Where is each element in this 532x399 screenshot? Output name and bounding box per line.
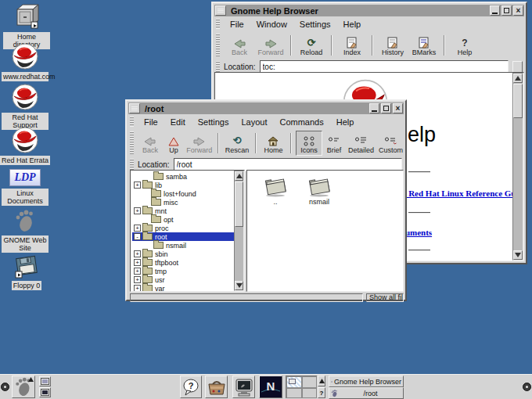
link-reference-guide[interactable]: | Red Hat Linux Reference Guide xyxy=(404,189,524,198)
tree-expander[interactable]: + xyxy=(134,207,141,214)
tree-item-lib[interactable]: +lib xyxy=(132,181,244,189)
tree-item-usr[interactable]: +usr xyxy=(132,275,244,284)
main-menu-button[interactable] xyxy=(12,376,35,398)
scrollbar-thumb[interactable] xyxy=(513,84,523,118)
workspace-4[interactable] xyxy=(302,388,317,398)
bmarks-button[interactable]: BMarks xyxy=(408,33,440,58)
menubar-grip[interactable] xyxy=(216,19,220,29)
desktop-icon-red-hat-support[interactable]: Red Hat Support xyxy=(0,84,50,130)
help-window-titlebar[interactable]: Gnome Help Browser × xyxy=(214,5,524,16)
desktop-icon-www-redhat-com[interactable]: www.redhat.com xyxy=(0,43,50,81)
tree-item-nsmail[interactable]: nsmail xyxy=(132,241,244,250)
scroll-down-arrow[interactable] xyxy=(235,281,243,290)
tree-expander[interactable]: + xyxy=(134,250,141,257)
tree-item-opt[interactable]: opt xyxy=(132,215,244,224)
back-button[interactable]: Back xyxy=(224,33,255,58)
rescan-button[interactable]: ⟲ Rescan xyxy=(223,131,250,156)
workspace-1-active[interactable] xyxy=(286,376,302,388)
desktop-icon-gnome-web-site[interactable]: GNOME Web Site xyxy=(0,210,50,253)
menubar-grip[interactable] xyxy=(130,117,134,127)
panel-hide-left-button[interactable] xyxy=(1,383,9,391)
fm-window-titlebar[interactable]: /root × xyxy=(128,102,404,114)
scroll-up-arrow[interactable] xyxy=(513,74,523,83)
menu-settings[interactable]: Settings xyxy=(192,117,235,128)
menu-file[interactable]: File xyxy=(138,117,164,128)
close-button[interactable]: × xyxy=(393,103,403,113)
help-launcher[interactable]: ? xyxy=(180,376,202,398)
configuration-tool-launcher[interactable] xyxy=(205,376,228,398)
menu-window[interactable]: Window xyxy=(250,19,293,30)
tree-item-mnt[interactable]: +mnt xyxy=(132,207,244,215)
maximize-button[interactable] xyxy=(501,5,512,16)
toolbar-grip[interactable] xyxy=(130,131,134,154)
menu-settings[interactable]: Settings xyxy=(293,19,337,30)
scroll-up-arrow[interactable] xyxy=(235,171,243,181)
scroll-down-arrow[interactable] xyxy=(513,250,523,260)
tree-expander[interactable]: + xyxy=(134,276,141,283)
desk-guide-arrow-button[interactable] xyxy=(318,376,325,386)
home-button[interactable]: Home xyxy=(261,131,287,156)
tree-expander[interactable]: + xyxy=(134,268,141,275)
task-button-root[interactable]: /root xyxy=(329,387,404,399)
menu-edit[interactable]: Edit xyxy=(164,117,192,128)
toolbar-grip[interactable] xyxy=(216,34,220,56)
tree-expander[interactable]: + xyxy=(134,285,141,292)
tree-item-tftpboot[interactable]: +tftpboot xyxy=(132,258,244,267)
workspace-3[interactable] xyxy=(286,388,302,398)
window-menu-icon[interactable] xyxy=(215,5,226,16)
tree-item-root-selected[interactable]: -root xyxy=(132,232,244,241)
locationbar-grip[interactable] xyxy=(130,159,134,171)
tree-expander[interactable]: - xyxy=(134,233,141,240)
brief-view-button[interactable]: Brief xyxy=(322,131,346,156)
desktop-icon-red-hat-errata[interactable]: Red Hat Errata xyxy=(0,127,50,165)
desk-guide-question-button[interactable]: ? xyxy=(318,387,325,398)
location-dropdown-button[interactable] xyxy=(512,61,523,73)
menu-file[interactable]: File xyxy=(224,19,250,30)
panel-mini-applet-bottom[interactable] xyxy=(39,387,51,397)
history-button[interactable]: History xyxy=(377,33,408,58)
maximize-button[interactable] xyxy=(381,103,391,113)
tree-expander[interactable]: + xyxy=(134,225,141,232)
window-menu-icon[interactable] xyxy=(129,103,140,113)
minimize-button[interactable] xyxy=(369,103,379,113)
scrollbar-thumb[interactable] xyxy=(235,182,243,227)
reload-button[interactable]: ⟳ Reload xyxy=(296,33,327,58)
panel-mini-applet-top[interactable] xyxy=(39,376,51,386)
tree-expander[interactable]: + xyxy=(134,259,141,266)
tree-item-sbin[interactable]: +sbin xyxy=(132,250,244,258)
tree-item-var[interactable]: +var xyxy=(132,284,244,292)
tree-item-lost-found[interactable]: lost+found xyxy=(132,189,244,198)
tree-item-proc[interactable]: +proc xyxy=(132,224,244,232)
minimize-button[interactable] xyxy=(490,5,500,16)
close-button[interactable]: × xyxy=(513,5,523,16)
tree-item-samba[interactable]: samba xyxy=(132,172,244,181)
icons-view-button[interactable]: Icons xyxy=(296,131,322,156)
tree-item-tmp[interactable]: +tmp xyxy=(132,267,244,275)
tree-expander[interactable]: + xyxy=(134,182,141,189)
desktop-icon-floppy-0[interactable]: Floppy 0 xyxy=(2,255,52,290)
fm-icon-pane[interactable]: .. nsmail xyxy=(246,170,404,292)
netscape-launcher[interactable]: N xyxy=(259,376,282,398)
menu-commands[interactable]: Commands xyxy=(273,117,329,128)
workspace-2[interactable] xyxy=(302,376,317,388)
desk-guide-applet[interactable] xyxy=(286,376,317,398)
terminal-launcher[interactable] xyxy=(232,376,255,398)
menu-help[interactable]: Help xyxy=(337,19,368,30)
custom-view-button[interactable]: Custom xyxy=(376,131,405,156)
tree-item-misc[interactable]: misc xyxy=(132,198,244,207)
back-button[interactable]: Back xyxy=(138,131,163,156)
help-button[interactable]: ? Help xyxy=(449,33,480,58)
file-folder-updir[interactable]: .. xyxy=(255,175,296,206)
panel-hide-right-button[interactable] xyxy=(523,383,531,391)
help-vertical-scrollbar[interactable] xyxy=(512,73,523,261)
menu-layout[interactable]: Layout xyxy=(235,117,273,128)
desktop-icon-linux-documents[interactable]: LDP Linux Documents xyxy=(0,169,50,206)
tree-vertical-scrollbar[interactable] xyxy=(234,171,244,291)
up-button[interactable]: Up xyxy=(163,131,185,156)
locationbar-grip[interactable] xyxy=(216,61,220,73)
file-folder-nsmail[interactable]: nsmail xyxy=(299,175,340,206)
menu-help[interactable]: Help xyxy=(330,117,361,128)
index-button[interactable]: Index xyxy=(336,33,368,58)
task-button-help-browser[interactable]: Gnome Help Browser xyxy=(329,376,404,387)
detailed-view-button[interactable]: Detailed xyxy=(346,131,376,156)
